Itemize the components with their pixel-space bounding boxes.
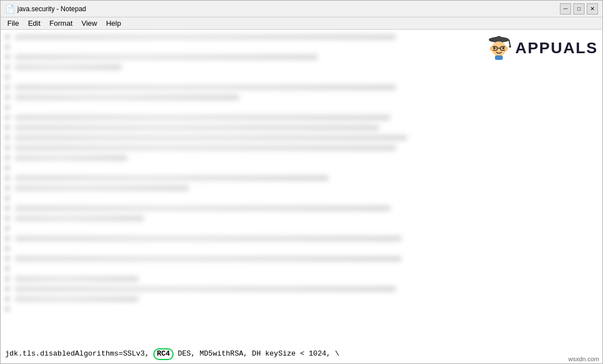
menu-bar: File Edit Format View Help	[1, 17, 602, 30]
hash-symbol: #	[5, 184, 12, 193]
line-row: #	[5, 234, 598, 244]
blurred-line-content	[15, 135, 407, 141]
notepad-window: 📄 java.security - Notepad ─ □ ✕ File Edi…	[0, 0, 603, 364]
blurred-line-content	[15, 125, 379, 130]
hash-symbol: #	[5, 73, 12, 82]
bottom-line-suffix: DES, MD5withRSA, DH keySize < 1024, \	[177, 349, 339, 358]
blurred-line-content	[15, 34, 396, 40]
hash-symbol: #	[5, 235, 12, 243]
hash-symbol: #	[5, 124, 12, 132]
bottom-line-prefix: jdk.tls.disabledAlgorithms=SSLv3,	[5, 349, 149, 358]
blurred-line-content	[15, 54, 317, 60]
svg-line-2	[509, 40, 510, 45]
appuals-brand-text: APPUALS	[515, 39, 598, 57]
line-row: #	[5, 133, 598, 143]
blurred-line-content	[15, 155, 127, 161]
line-row: #	[5, 284, 598, 294]
line-row: #	[5, 183, 598, 193]
hash-symbol: #	[5, 214, 12, 223]
line-row: #	[5, 254, 598, 264]
hash-symbol: #	[5, 204, 12, 213]
minimize-button[interactable]: ─	[560, 3, 571, 15]
blurred-line-content	[15, 256, 401, 262]
svg-point-11	[504, 46, 508, 51]
line-row: #	[5, 274, 598, 284]
svg-point-10	[490, 46, 493, 51]
hash-symbol: #	[5, 164, 12, 172]
content-body[interactable]: ############################ jdk.tls.dis…	[1, 30, 602, 363]
blurred-line-content	[15, 115, 390, 120]
blurred-line-content	[15, 296, 138, 302]
hash-symbol: #	[5, 83, 12, 92]
blurred-line-content	[15, 236, 401, 241]
menu-view[interactable]: View	[77, 18, 102, 29]
hash-symbol: #	[5, 194, 12, 203]
hash-symbol: #	[5, 104, 12, 112]
blurred-line-content	[15, 175, 329, 181]
line-row: #	[5, 173, 598, 183]
line-row: #	[5, 123, 598, 133]
hash-symbol: #	[5, 225, 12, 233]
hash-symbol: #	[5, 134, 12, 142]
line-row: #	[5, 92, 598, 102]
menu-format[interactable]: Format	[45, 18, 77, 29]
blurred-line-content	[15, 206, 390, 211]
blurred-line-content	[15, 64, 121, 70]
blurred-line-content	[15, 286, 396, 292]
hash-symbol: #	[5, 154, 12, 162]
line-row: #	[5, 163, 598, 173]
line-row: #	[5, 294, 598, 304]
hash-symbol: #	[5, 245, 12, 253]
menu-file[interactable]: File	[3, 18, 24, 29]
line-row: #	[5, 82, 598, 92]
hash-symbol: #	[5, 295, 12, 304]
close-button[interactable]: ✕	[587, 3, 598, 15]
line-row: #	[5, 264, 598, 274]
appuals-logo: APPUALS	[485, 34, 598, 62]
hash-symbol: #	[5, 33, 12, 41]
hash-symbol: #	[5, 275, 12, 283]
line-row: #	[5, 153, 598, 163]
window-title: java.security - Notepad	[17, 5, 557, 13]
rc4-badge: RC4	[153, 348, 173, 360]
line-row: #	[5, 304, 598, 314]
hash-symbol: #	[5, 53, 12, 62]
hash-symbol: #	[5, 43, 12, 52]
menu-edit[interactable]: Edit	[24, 18, 45, 29]
hash-symbol: #	[5, 114, 12, 122]
hash-symbol: #	[5, 144, 12, 152]
svg-point-8	[493, 47, 496, 49]
line-row: #	[5, 244, 598, 254]
svg-point-9	[502, 47, 504, 49]
appuals-mascot-icon	[485, 34, 513, 62]
editor-area[interactable]: APPUALS ############################ jdk…	[1, 30, 602, 363]
line-row: #	[5, 143, 598, 153]
window-controls: ─ □ ✕	[560, 3, 598, 15]
blurred-line-content	[15, 95, 239, 100]
line-row: #	[5, 193, 598, 203]
menu-help[interactable]: Help	[101, 18, 125, 29]
hash-symbol: #	[5, 174, 12, 183]
blurred-line-content	[15, 145, 396, 151]
bottom-line: jdk.tls.disabledAlgorithms=SSLv3, RC4 DE…	[1, 346, 602, 363]
line-row: #	[5, 72, 598, 82]
hash-symbol: #	[5, 285, 12, 293]
hash-symbol: #	[5, 63, 12, 72]
line-row: #	[5, 113, 598, 123]
hash-symbol: #	[5, 255, 12, 263]
svg-rect-12	[495, 55, 503, 60]
blurred-content: ############################	[5, 32, 598, 314]
title-bar: 📄 java.security - Notepad ─ □ ✕	[1, 1, 602, 17]
hash-symbol: #	[5, 94, 12, 102]
blurred-line-content	[15, 185, 189, 191]
blurred-line-content	[15, 216, 144, 221]
svg-point-3	[509, 45, 511, 48]
hash-symbol: #	[5, 305, 12, 314]
line-row: #	[5, 213, 598, 223]
blurred-line-content	[15, 85, 396, 90]
watermark: wsxdn.com	[568, 356, 599, 362]
line-row: #	[5, 223, 598, 234]
maximize-button[interactable]: □	[573, 3, 585, 15]
hash-symbol: #	[5, 265, 12, 273]
line-row: #	[5, 203, 598, 213]
